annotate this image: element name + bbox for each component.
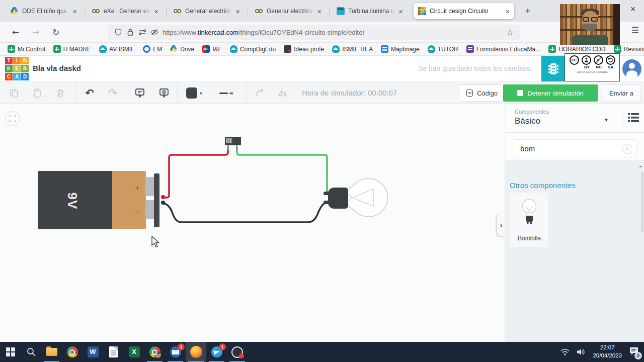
tab-ode[interactable]: ODE El niño que domó × (6, 3, 82, 19)
bookmark-em[interactable]: EM (140, 44, 165, 54)
tab-exe-1[interactable]: eXe : Generar electricid × (88, 3, 163, 19)
bookmark-star-icon[interactable]: ☆ (507, 28, 514, 37)
start-button[interactable] (0, 342, 21, 362)
drive-triangle-icon (170, 45, 178, 53)
bookmark-ideas-profe[interactable]: Ideas profe (281, 44, 327, 54)
back-icon[interactable]: ← (8, 25, 23, 39)
taskbar-clock[interactable]: 22:07 20/04/2023 (593, 344, 622, 359)
annotations-toggle-icon[interactable] (154, 85, 174, 101)
tab-exe-2[interactable]: Generar electricidad | E × (169, 3, 245, 19)
taskbar-search-button[interactable] (21, 342, 41, 362)
copy-icon[interactable] (4, 85, 24, 101)
delete-icon[interactable] (50, 85, 70, 101)
tab-close-icon[interactable]: × (398, 8, 403, 15)
notification-badge: 2 (634, 352, 642, 359)
tab-close-icon[interactable]: × (505, 8, 510, 15)
tab-tinkercad-active[interactable]: Circuit design Circuito × (414, 3, 514, 19)
screen-recorder-button[interactable] (227, 342, 248, 362)
tab-title: Generar electricidad | E (185, 8, 232, 15)
bookmark-h-madre[interactable]: H MADRE (51, 44, 94, 54)
excel-button[interactable]: X (124, 342, 144, 362)
components-category[interactable]: Básico (515, 116, 540, 126)
autosave-status: Se han guardado todos los cambios. (418, 64, 532, 72)
firefox-icon (190, 346, 202, 358)
switch-slider[interactable] (226, 138, 232, 143)
chevron-down-icon[interactable]: ▾ (605, 116, 608, 123)
bookmark-mi-control[interactable]: Mi Control (5, 44, 48, 54)
chrome-icon (67, 346, 78, 357)
rotate-icon[interactable] (250, 85, 270, 101)
moodle-cap-icon (99, 45, 107, 53)
stop-simulation-button[interactable]: Detener simulación (503, 84, 598, 102)
bookmark-horarios-cdd[interactable]: HORARIOS CDD (546, 44, 608, 54)
redo-icon[interactable]: ↷ (103, 85, 123, 101)
clock-date: 20/04/2023 (593, 352, 622, 360)
notes-icon[interactable] (130, 85, 150, 101)
url-text[interactable]: https://www.tinkercad.com/things/iOcu7OY… (163, 29, 503, 36)
bookmark-ismie-rea[interactable]: ISMIE REA (330, 44, 375, 54)
chrome-button[interactable] (62, 342, 83, 362)
exe-icon (92, 7, 100, 15)
tinkercad-logo[interactable]: TIN KER CAD (5, 57, 29, 80)
bookmark-mapimage[interactable]: MapImage (378, 44, 422, 54)
scroll-up-icon[interactable]: › (636, 165, 643, 167)
reload-icon[interactable]: ↻ (48, 25, 63, 39)
bookmark-formularios[interactable]: Formularios EducaMa... (464, 44, 543, 54)
bookmark-iyf[interactable]: &FI&F (200, 44, 224, 54)
bookmark-drive[interactable]: Drive (168, 44, 197, 54)
menu-icon[interactable]: ☰ (631, 25, 639, 35)
wire-red[interactable] (163, 147, 228, 198)
component-search-input[interactable] (514, 139, 636, 157)
tab-separator (329, 7, 330, 16)
user-avatar[interactable] (622, 59, 641, 78)
bookmark-revision-odes[interactable]: Revisión ODEs (611, 44, 644, 54)
telegram-button[interactable]: 1 (206, 342, 227, 362)
circuit-canvas[interactable]: 9V + − (0, 104, 505, 342)
bulb-socket[interactable] (328, 188, 348, 209)
tab-close-icon[interactable]: × (72, 8, 77, 15)
slide-switch[interactable] (225, 137, 241, 145)
bookmark-compdigedu[interactable]: CompDigEdu (227, 44, 278, 54)
mail-badge: 1 (178, 343, 185, 350)
permissions-icon[interactable] (138, 28, 146, 36)
component-bombilla[interactable]: Bombilla (510, 193, 548, 247)
file-explorer-button[interactable] (41, 342, 62, 362)
list-view-icon[interactable] (628, 113, 639, 125)
wifi-icon[interactable] (560, 348, 570, 356)
circuits-panel-button[interactable] (541, 56, 566, 81)
notifications-button[interactable]: 2 (629, 346, 639, 357)
volume-icon[interactable] (577, 348, 586, 356)
window-close-button[interactable]: × (626, 4, 640, 15)
tracking-blocked-icon[interactable] (150, 28, 158, 36)
thunderbird-button[interactable]: 1 (165, 342, 186, 362)
tab-turbina[interactable]: Turbina ilumina una bo × (332, 3, 408, 19)
lock-icon[interactable] (126, 28, 134, 36)
chrome-profile-button[interactable] (144, 342, 165, 362)
scrollbar[interactable] (641, 172, 643, 232)
wire-black[interactable] (163, 203, 326, 222)
paste-icon[interactable] (27, 85, 47, 101)
send-to-button[interactable]: Enviar a (602, 84, 641, 102)
clear-search-icon[interactable]: × (622, 144, 632, 154)
shield-icon[interactable] (114, 28, 122, 36)
purple-chat-icon (466, 45, 474, 53)
word-button[interactable]: W (83, 342, 103, 362)
tab-close-icon[interactable]: × (235, 8, 240, 15)
new-tab-button[interactable]: + (521, 5, 534, 18)
address-bar[interactable]: https://www.tinkercad.com/things/iOcu7OY… (108, 25, 520, 40)
tab-close-icon[interactable]: × (317, 8, 321, 15)
forward-icon[interactable]: → (28, 25, 43, 39)
tab-exe-3[interactable]: Generar electricidad | E × (251, 3, 326, 19)
code-button[interactable]: </Código (459, 84, 505, 102)
tab-close-icon[interactable]: × (154, 8, 158, 15)
undo-icon[interactable]: ↶ (79, 85, 100, 101)
bookmark-av-ismie[interactable]: AV ISMIE (97, 44, 137, 54)
design-title[interactable]: Bla vla daskd (33, 64, 81, 72)
mirror-icon[interactable] (273, 85, 293, 101)
color-picker-dropdown[interactable]: ▾ (181, 85, 207, 101)
notepad-button[interactable] (103, 342, 124, 362)
wire-green[interactable] (237, 147, 327, 193)
wire-style-dropdown[interactable]: ▾ (213, 85, 239, 101)
bookmark-tutor[interactable]: TUTOR (425, 44, 461, 54)
firefox-button[interactable] (186, 342, 206, 362)
